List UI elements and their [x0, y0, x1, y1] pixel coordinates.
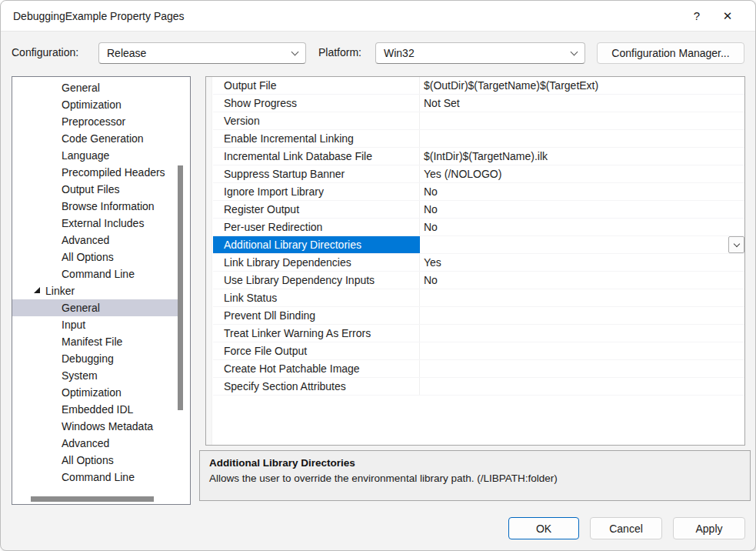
- tree-item-input[interactable]: Input: [12, 316, 178, 333]
- description-text: Allows the user to override the environm…: [209, 473, 741, 484]
- property-row[interactable]: Use Library Dependency InputsNo: [213, 272, 744, 289]
- property-row[interactable]: Version: [213, 112, 744, 130]
- platform-label: Platform:: [318, 46, 361, 58]
- apply-button[interactable]: Apply: [673, 517, 745, 539]
- value-dropdown-button[interactable]: [728, 236, 744, 253]
- horizontal-scrollbar[interactable]: [31, 496, 154, 502]
- tree-item-general[interactable]: General: [12, 79, 178, 96]
- property-row[interactable]: Show ProgressNot Set: [213, 95, 744, 112]
- property-row[interactable]: Prevent Dll Binding: [213, 307, 744, 325]
- configuration-label: Configuration:: [12, 46, 78, 58]
- property-row-selected[interactable]: Additional Library Directories: [213, 236, 744, 254]
- property-row[interactable]: Ignore Import LibraryNo: [213, 183, 744, 201]
- property-row[interactable]: Link Status: [213, 289, 744, 307]
- tree-item-linker-command-line[interactable]: Command Line: [12, 469, 178, 486]
- description-title: Additional Library Directories: [209, 457, 741, 469]
- tree-item-advanced[interactable]: Advanced: [12, 232, 178, 249]
- chevron-down-icon: [291, 48, 299, 55]
- property-row[interactable]: Suppress Startup BannerYes (/NOLOGO): [213, 165, 744, 183]
- tree-item-all-options[interactable]: All Options: [12, 249, 178, 265]
- property-row[interactable]: Link Library DependenciesYes: [213, 254, 744, 272]
- window-title: DebuggingExample Property Pages: [13, 10, 681, 22]
- configuration-manager-button[interactable]: Configuration Manager...: [597, 42, 744, 64]
- tree-item-linker-optimization[interactable]: Optimization: [12, 384, 178, 401]
- tree-item-language[interactable]: Language: [12, 147, 178, 164]
- tree-item-system[interactable]: System: [12, 367, 178, 384]
- tree-item-external-includes[interactable]: External Includes: [12, 215, 178, 232]
- property-row[interactable]: Output File$(OutDir)$(TargetName)$(Targe…: [213, 77, 744, 95]
- tree-item-linker[interactable]: Linker: [12, 282, 178, 299]
- tree-item-preprocessor[interactable]: Preprocessor: [12, 113, 178, 130]
- tree-item-windows-metadata[interactable]: Windows Metadata: [12, 418, 178, 435]
- tree-item-linker-all-options[interactable]: All Options: [12, 452, 178, 469]
- tree-item-optimization[interactable]: Optimization: [12, 96, 178, 113]
- property-row[interactable]: Create Hot Patchable Image: [213, 360, 744, 378]
- property-grid: Output File$(OutDir)$(TargetName)$(Targe…: [205, 76, 745, 446]
- help-button[interactable]: ?: [681, 4, 712, 28]
- grid-indent-strip: [206, 77, 212, 445]
- ok-button[interactable]: OK: [508, 517, 579, 539]
- property-row[interactable]: Per-user RedirectionNo: [213, 219, 744, 236]
- cancel-button[interactable]: Cancel: [590, 517, 662, 539]
- property-row[interactable]: Enable Incremental Linking: [213, 130, 744, 148]
- close-button[interactable]: ✕: [712, 4, 743, 28]
- chevron-down-icon: [733, 240, 739, 246]
- chevron-down-icon: [571, 48, 578, 55]
- tree-item-manifest-file[interactable]: Manifest File: [12, 333, 178, 350]
- expanded-triangle-icon[interactable]: [34, 287, 40, 293]
- tree-item-linker-general[interactable]: General: [12, 299, 178, 316]
- tree-item-embedded-idl[interactable]: Embedded IDL: [12, 401, 178, 418]
- property-row[interactable]: Incremental Link Database File$(IntDir)$…: [213, 148, 744, 165]
- tree-item-debugging[interactable]: Debugging: [12, 350, 178, 367]
- tree-item-code-generation[interactable]: Code Generation: [12, 130, 178, 147]
- title-bar: DebuggingExample Property Pages ? ✕: [1, 1, 755, 32]
- property-pages-dialog: DebuggingExample Property Pages ? ✕ Conf…: [0, 0, 756, 551]
- platform-value: Win32: [384, 47, 415, 59]
- tree-item-linker-advanced[interactable]: Advanced: [12, 435, 178, 452]
- tree-item-precompiled-headers[interactable]: Precompiled Headers: [12, 164, 178, 181]
- configuration-value: Release: [107, 47, 146, 59]
- vertical-scrollbar[interactable]: [178, 165, 183, 410]
- configuration-combobox[interactable]: Release: [98, 42, 306, 64]
- tree-item-output-files[interactable]: Output Files: [12, 181, 178, 198]
- property-row[interactable]: Force File Output: [213, 342, 744, 360]
- property-row[interactable]: Specify Section Attributes: [213, 378, 744, 396]
- configuration-row: Configuration: Release Platform: Win32 C…: [12, 42, 744, 64]
- tree-item-browse-information[interactable]: Browse Information: [12, 198, 178, 215]
- tree-item-command-line[interactable]: Command Line: [12, 265, 178, 282]
- category-tree: General Optimization Preprocessor Code G…: [12, 76, 191, 505]
- property-row[interactable]: Treat Linker Warning As Errors: [213, 325, 744, 342]
- property-description: Additional Library Directories Allows th…: [199, 450, 751, 501]
- property-row[interactable]: Register OutputNo: [213, 201, 744, 219]
- platform-combobox[interactable]: Win32: [375, 42, 585, 64]
